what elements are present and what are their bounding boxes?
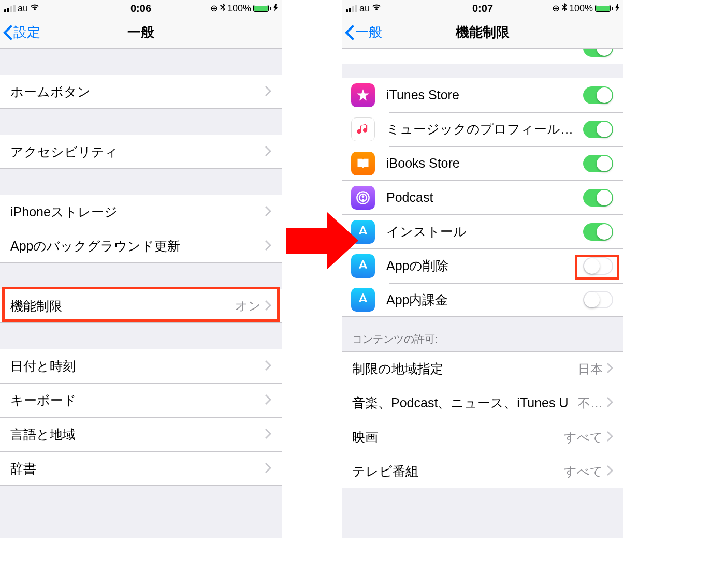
row-accessibility[interactable]: アクセシビリティ bbox=[0, 135, 282, 169]
chevron-right-icon bbox=[265, 461, 271, 476]
row-music-profile: ミュージックのプロフィールと… bbox=[342, 112, 624, 146]
status-right: ⊕ 100% bbox=[210, 3, 278, 14]
row-delete-apps: Appの削除 bbox=[342, 248, 624, 283]
charging-icon bbox=[615, 3, 619, 14]
signal-icon bbox=[4, 5, 16, 12]
row-label: ミュージックのプロフィールと… bbox=[386, 121, 583, 138]
signal-icon bbox=[346, 5, 357, 12]
row-value: 日本 bbox=[578, 361, 603, 377]
page-title: 一般 bbox=[127, 23, 154, 41]
back-button[interactable]: 設定 bbox=[3, 23, 40, 41]
charging-icon bbox=[273, 3, 278, 14]
row-label: 映画 bbox=[352, 429, 564, 446]
status-right: ⊕ 100% bbox=[552, 3, 619, 14]
row-label: ホームボタン bbox=[10, 83, 265, 100]
row-label: キーボード bbox=[10, 392, 265, 409]
orientation-lock-icon: ⊕ bbox=[210, 3, 218, 14]
podcast-icon bbox=[351, 186, 375, 210]
chevron-right-icon bbox=[607, 361, 613, 376]
battery-percent: 100% bbox=[227, 3, 251, 14]
toggle-switch[interactable] bbox=[583, 155, 613, 172]
chevron-right-icon bbox=[265, 84, 271, 99]
bluetooth-icon bbox=[562, 3, 567, 14]
status-bar: au 0:07 ⊕ 100% bbox=[342, 0, 624, 17]
back-button[interactable]: 一般 bbox=[345, 23, 382, 41]
status-bar: au 0:06 ⊕ 100% bbox=[0, 0, 282, 17]
phone-general-settings: au 0:06 ⊕ 100% 設定 一般 ホ bbox=[0, 0, 282, 538]
row-label: インストール bbox=[386, 223, 583, 240]
orientation-lock-icon: ⊕ bbox=[552, 3, 560, 14]
toggle-switch[interactable] bbox=[583, 121, 613, 138]
row-label: iPhoneストレージ bbox=[10, 203, 265, 220]
restrictions-list: iTunes Store ミュージックのプロフィールと… iBooks Stor… bbox=[342, 49, 624, 488]
ibooks-icon bbox=[351, 152, 375, 175]
chevron-right-icon bbox=[265, 299, 271, 314]
carrier-label: au bbox=[359, 3, 370, 14]
chevron-right-icon bbox=[265, 359, 271, 374]
chevron-right-icon bbox=[265, 393, 271, 408]
row-label: iBooks Store bbox=[386, 156, 583, 171]
row-label: 日付と時刻 bbox=[10, 358, 265, 375]
battery-icon bbox=[253, 5, 271, 12]
row-label: iTunes Store bbox=[386, 87, 583, 102]
clock: 0:07 bbox=[472, 3, 493, 14]
row-background-refresh[interactable]: Appのバックグラウンド更新 bbox=[0, 229, 282, 263]
carrier-label: au bbox=[18, 3, 28, 14]
toggle-switch[interactable] bbox=[583, 86, 613, 104]
clock: 0:06 bbox=[130, 3, 151, 14]
row-itunes-store: iTunes Store bbox=[342, 78, 624, 112]
row-value: オン bbox=[235, 298, 261, 314]
row-podcast: Podcast bbox=[342, 180, 624, 214]
row-label: 制限の地域指定 bbox=[352, 360, 578, 377]
row-label: アクセシビリティ bbox=[10, 143, 265, 160]
row-value: すべて bbox=[564, 429, 603, 446]
arrow-annotation bbox=[286, 212, 358, 269]
section-header-content: コンテンツの許可: bbox=[342, 317, 624, 351]
chevron-right-icon bbox=[607, 464, 613, 479]
row-label: Appのバックグラウンド更新 bbox=[10, 238, 265, 255]
back-label: 設定 bbox=[13, 23, 40, 41]
toggle-switch[interactable] bbox=[583, 189, 613, 207]
row-language-region[interactable]: 言語と地域 bbox=[0, 417, 282, 451]
nav-bar: 一般 機能制限 bbox=[342, 17, 624, 49]
status-left: au bbox=[346, 3, 381, 14]
app-store-icon bbox=[351, 288, 375, 312]
row-label: Appの削除 bbox=[386, 257, 583, 274]
phone-restrictions: au 0:07 ⊕ 100% 一般 機能制限 bbox=[342, 0, 624, 538]
row-dictionary[interactable]: 辞書 bbox=[0, 451, 282, 486]
row-label: 機能制限 bbox=[10, 298, 235, 315]
svg-point-2 bbox=[362, 195, 365, 198]
toggle-switch[interactable] bbox=[583, 257, 613, 275]
row-iphone-storage[interactable]: iPhoneストレージ bbox=[0, 195, 282, 229]
toggle-switch[interactable] bbox=[583, 291, 613, 308]
wifi-icon bbox=[372, 4, 381, 13]
battery-icon bbox=[595, 5, 613, 12]
music-icon bbox=[351, 117, 375, 141]
toggle-switch[interactable] bbox=[583, 223, 613, 241]
itunes-store-icon bbox=[351, 83, 375, 107]
row-tv[interactable]: テレビ番組 すべて bbox=[342, 454, 624, 488]
row-label: 言語と地域 bbox=[10, 426, 265, 443]
row-install-apps: インストール bbox=[342, 214, 624, 248]
row-keyboard[interactable]: キーボード bbox=[0, 383, 282, 417]
row-music-podcast-news[interactable]: 音楽、Podcast、ニュース、iTunes U 不… bbox=[342, 386, 624, 420]
row-partial-top bbox=[342, 49, 624, 64]
row-label: 音楽、Podcast、ニュース、iTunes U bbox=[352, 394, 578, 411]
nav-bar: 設定 一般 bbox=[0, 17, 282, 49]
toggle-switch[interactable] bbox=[583, 49, 613, 57]
chevron-right-icon bbox=[607, 430, 613, 445]
row-home-button[interactable]: ホームボタン bbox=[0, 75, 282, 109]
chevron-right-icon bbox=[265, 204, 271, 219]
row-movies[interactable]: 映画 すべて bbox=[342, 420, 624, 454]
row-region-restriction[interactable]: 制限の地域指定 日本 bbox=[342, 351, 624, 386]
chevron-right-icon bbox=[265, 239, 271, 254]
row-date-time[interactable]: 日付と時刻 bbox=[0, 349, 282, 383]
row-label: App内課金 bbox=[386, 291, 583, 308]
wifi-icon bbox=[30, 4, 39, 13]
row-ibooks-store: iBooks Store bbox=[342, 146, 624, 180]
row-label: Podcast bbox=[386, 190, 583, 205]
row-value: すべて bbox=[564, 463, 603, 480]
row-restrictions[interactable]: 機能制限 オン bbox=[0, 289, 282, 323]
back-label: 一般 bbox=[355, 23, 382, 41]
bluetooth-icon bbox=[220, 3, 225, 14]
